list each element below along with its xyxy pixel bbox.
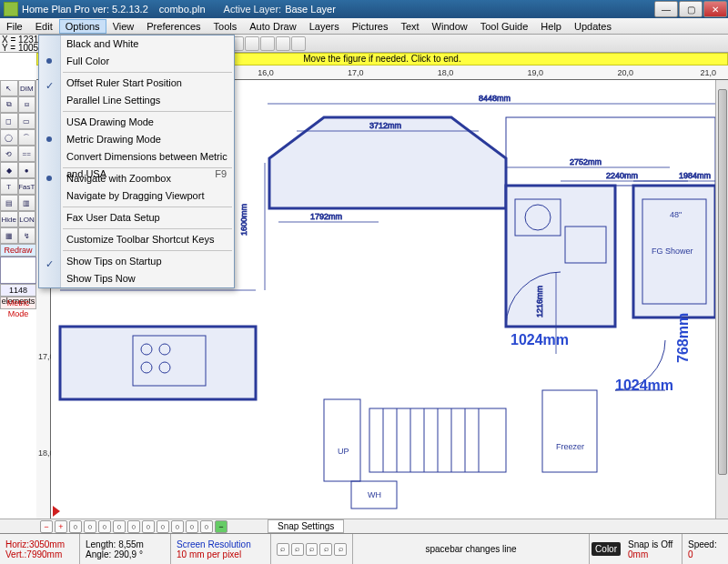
- menu-item[interactable]: USA Drawing Mode: [39, 114, 234, 131]
- zoom-out-button[interactable]: −: [40, 520, 53, 533]
- active-layer-label: Active Layer:: [224, 4, 282, 15]
- element-count: 1148 elements: [0, 284, 36, 297]
- menu-separator: [63, 72, 232, 73]
- menu-tool-guide[interactable]: Tool Guide: [474, 19, 535, 34]
- menu-item[interactable]: Metric Drawing Mode: [39, 131, 234, 148]
- maximize-button[interactable]: ▢: [679, 1, 703, 17]
- toolbar-button[interactable]: [291, 36, 306, 51]
- menu-item[interactable]: Show Tips on Startup✓: [39, 253, 234, 270]
- tool-rotate[interactable]: ⟲: [0, 146, 18, 162]
- status-bar: Horiz:3050mm Vert.:7990mm Length: 8,55m …: [0, 533, 728, 564]
- menu-layers[interactable]: Layers: [303, 19, 346, 34]
- menu-item[interactable]: Customize Toolbar Shortcut Keys: [39, 231, 234, 248]
- tool-select[interactable]: ↖: [0, 80, 18, 96]
- toolbar-button[interactable]: [276, 36, 290, 51]
- svg-text:2752mm: 2752mm: [570, 157, 602, 166]
- menu-item[interactable]: Black and White: [39, 35, 234, 53]
- tool-polygon[interactable]: ◆: [0, 162, 18, 178]
- tool-rectangle[interactable]: ◻: [0, 113, 18, 129]
- svg-text:1024mm: 1024mm: [511, 332, 569, 347]
- menu-item[interactable]: Convert Dimensions between Metric and US…: [39, 148, 234, 166]
- tool-text[interactable]: T: [0, 178, 18, 195]
- open-file-name: combo.pln: [159, 4, 217, 15]
- zoom-button[interactable]: ⌕: [277, 543, 289, 556]
- zoom-button[interactable]: ⌕: [319, 543, 332, 556]
- menu-item[interactable]: Navigate with Zoombox: [39, 170, 234, 187]
- radio-bullet-icon: [46, 58, 52, 64]
- redraw-button[interactable]: Redraw: [0, 244, 36, 257]
- tool-fast-text[interactable]: FasT: [18, 178, 36, 195]
- zoom-reset-button[interactable]: +: [55, 520, 67, 533]
- zoom-button[interactable]: ⌕: [291, 543, 304, 556]
- tool-move[interactable]: ⧈: [18, 96, 36, 113]
- color-button[interactable]: Color: [592, 542, 621, 556]
- menu-separator: [63, 111, 232, 112]
- status-snap-value: 0mm: [628, 549, 676, 559]
- menu-options[interactable]: Options: [59, 19, 106, 34]
- tool-clone[interactable]: CLONE: [18, 211, 36, 227]
- toolbar-button[interactable]: [260, 36, 275, 51]
- svg-rect-24: [324, 399, 360, 481]
- app-icon: [4, 2, 18, 16]
- svg-text:1984mm: 1984mm: [679, 171, 711, 180]
- snap-toggle[interactable]: ○: [98, 520, 111, 533]
- snap-toggle[interactable]: ○: [200, 520, 213, 533]
- zoom-button[interactable]: ⌕: [306, 543, 318, 556]
- tool-circle[interactable]: ◯: [0, 129, 18, 146]
- svg-text:8448mm: 8448mm: [479, 94, 511, 103]
- status-vert: Vert.:7990mm: [5, 549, 74, 559]
- menu-item[interactable]: Full Color: [39, 53, 234, 70]
- snap-toggle[interactable]: ○: [157, 520, 169, 533]
- snap-toggle[interactable]: ○: [171, 520, 184, 533]
- menu-tools[interactable]: Tools: [207, 19, 244, 34]
- menu-item[interactable]: Navigate by Dragging Viewport: [39, 187, 234, 205]
- vertical-scrollbar[interactable]: [715, 80, 728, 519]
- overview-thumbnail[interactable]: [0, 257, 36, 284]
- menu-item[interactable]: Parallel Line Settings: [39, 92, 234, 109]
- menu-pictures[interactable]: Pictures: [346, 19, 395, 34]
- menu-item[interactable]: Show Tips Now: [39, 270, 234, 287]
- snap-toggle[interactable]: ○: [113, 520, 126, 533]
- snap-toggle[interactable]: ○: [186, 520, 198, 533]
- menu-file[interactable]: File: [0, 19, 29, 34]
- menu-auto-draw[interactable]: Auto Draw: [243, 19, 302, 34]
- ruler-tick: 18,0: [438, 68, 454, 77]
- tool-fill[interactable]: ▥: [18, 195, 36, 211]
- snap-toggle[interactable]: ○: [84, 520, 96, 533]
- tool-point[interactable]: ●: [18, 162, 36, 178]
- options-menu-dropdown: Black and WhiteFull ColorOffset Ruler St…: [38, 35, 235, 288]
- tool-dimension[interactable]: DIM: [18, 80, 36, 96]
- zoom-button[interactable]: ⌕: [334, 543, 347, 556]
- tool-line[interactable]: ↯: [18, 227, 36, 244]
- tool-hide[interactable]: Hide: [0, 211, 18, 227]
- menu-window[interactable]: Window: [426, 19, 474, 34]
- snap-toggle[interactable]: ○: [69, 520, 82, 533]
- tool-box[interactable]: ▭: [18, 113, 36, 129]
- tool-arc[interactable]: ⌒: [18, 129, 36, 146]
- svg-rect-26: [542, 390, 597, 472]
- svg-text:3712mm: 3712mm: [369, 121, 401, 130]
- menu-item[interactable]: Offset Ruler Start Position✓: [39, 75, 234, 92]
- tool-copy[interactable]: ⧉: [0, 96, 18, 113]
- svg-text:1216mm: 1216mm: [535, 286, 544, 317]
- menu-text[interactable]: Text: [394, 19, 425, 34]
- menu-preferences[interactable]: Preferences: [140, 19, 207, 34]
- snap-settings-label[interactable]: Snap Settings: [268, 519, 344, 533]
- tool-hatch[interactable]: ▤: [0, 195, 18, 211]
- menu-view[interactable]: View: [106, 19, 141, 34]
- snap-toggle[interactable]: ○: [142, 520, 155, 533]
- zoom-in-button[interactable]: −: [215, 520, 228, 533]
- close-button[interactable]: ✕: [703, 1, 727, 17]
- ruler-tick: 16,0: [258, 68, 274, 77]
- menu-help[interactable]: Help: [534, 19, 568, 34]
- toolbar-button[interactable]: [245, 36, 259, 51]
- minimize-button[interactable]: —: [654, 1, 678, 17]
- svg-text:2240mm: 2240mm: [606, 171, 638, 180]
- menu-edit[interactable]: Edit: [29, 19, 59, 34]
- menu-updates[interactable]: Updates: [568, 19, 618, 34]
- snap-toggle[interactable]: ○: [127, 520, 140, 533]
- tool-parallel[interactable]: ==: [18, 146, 36, 162]
- tool-grid[interactable]: ▦: [0, 227, 18, 244]
- menu-item[interactable]: Fax User Data Setup: [39, 209, 234, 227]
- scroll-thumb[interactable]: [718, 89, 727, 475]
